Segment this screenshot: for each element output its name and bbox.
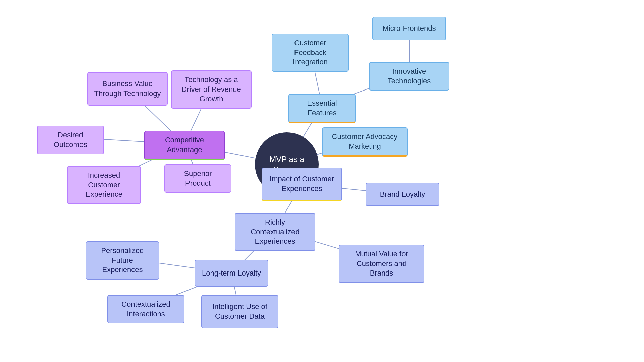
node-business-value[interactable]: Business Value Through Technology: [87, 72, 168, 106]
node-superior-product[interactable]: Superior Product: [164, 164, 231, 193]
node-brand-loyalty[interactable]: Brand Loyalty: [366, 183, 439, 206]
node-richly-contextualized[interactable]: Richly Contextualized Experiences: [235, 213, 315, 251]
node-customer-advocacy[interactable]: Customer Advocacy Marketing: [322, 127, 408, 157]
node-essential-features[interactable]: Essential Features: [288, 94, 356, 123]
node-mutual-value[interactable]: Mutual Value for Customers and Brands: [339, 245, 424, 283]
node-contextualized-interactions[interactable]: Contextualized Interactions: [107, 295, 184, 323]
node-desired-outcomes[interactable]: Desired Outcomes: [37, 126, 104, 154]
node-micro-frontends[interactable]: Micro Frontends: [372, 17, 446, 40]
node-customer-feedback[interactable]: Customer Feedback Integration: [272, 34, 349, 72]
node-increased-customer[interactable]: Increased Customer Experience: [67, 166, 141, 204]
node-innovative-tech[interactable]: Innovative Technologies: [369, 62, 449, 90]
node-competitive-advantage[interactable]: Competitive Advantage: [144, 131, 225, 160]
node-long-term-loyalty[interactable]: Long-term Loyalty: [195, 260, 268, 287]
node-intelligent-use[interactable]: Intelligent Use of Customer Data: [201, 295, 278, 328]
node-impact-customer[interactable]: Impact of Customer Experiences: [262, 168, 342, 201]
mind-map-canvas: MVP as a ServiceCompetitive AdvantageBus…: [0, 0, 644, 362]
node-personalized-future[interactable]: Personalized Future Experiences: [86, 241, 159, 280]
node-technology-driver[interactable]: Technology as a Driver of Revenue Growth: [171, 70, 252, 109]
